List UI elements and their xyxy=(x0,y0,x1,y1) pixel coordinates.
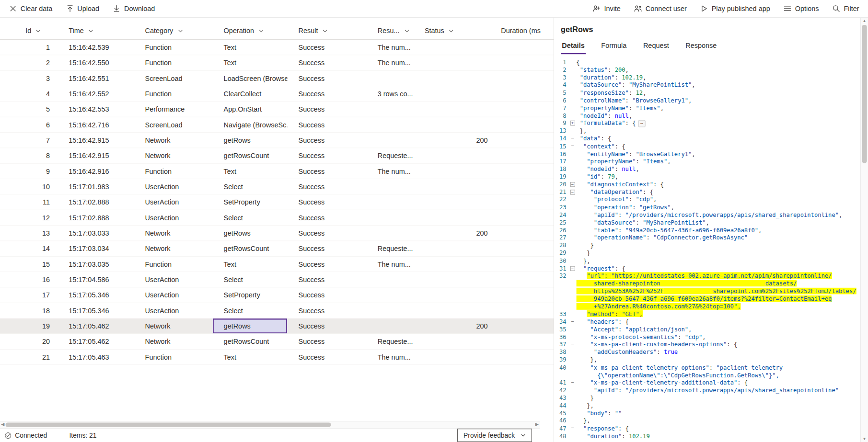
cell-duration[interactable] xyxy=(490,40,554,55)
cell-time[interactable]: 15:17:01.983 xyxy=(58,179,134,194)
cell-operation[interactable]: getRowsCount xyxy=(213,334,288,349)
cell-result[interactable]: Success xyxy=(287,241,366,256)
table-row[interactable]: 1115:17:02.888UserActionSetPropertySucce… xyxy=(0,195,554,210)
fold-toggle-icon[interactable]: − xyxy=(568,181,576,188)
cell-duration[interactable] xyxy=(490,179,554,194)
tab-details[interactable]: Details xyxy=(561,39,586,54)
cell-status[interactable] xyxy=(414,102,490,117)
cell-time[interactable]: 15:16:42.553 xyxy=(58,102,134,117)
table-row[interactable]: 1915:17:05.462NetworkgetRowsSuccess200 xyxy=(0,318,554,334)
cell-result[interactable]: Success xyxy=(287,117,366,132)
cell-id[interactable]: 5 xyxy=(0,102,58,117)
column-header-status[interactable]: Status xyxy=(414,27,490,34)
fold-toggle-icon[interactable]: − xyxy=(568,188,576,196)
cell-category[interactable]: Network xyxy=(134,148,213,163)
cell-duration[interactable] xyxy=(490,102,554,117)
column-header-result[interactable]: Result xyxy=(287,27,366,34)
cell-operation[interactable]: Text xyxy=(213,40,288,55)
cell-result[interactable]: Success xyxy=(287,257,366,272)
cell-result[interactable]: Success xyxy=(287,288,366,303)
cell-time[interactable]: 15:16:42.551 xyxy=(58,71,134,86)
cell-id[interactable]: 8 xyxy=(0,148,58,163)
table-row[interactable]: 2015:17:05.462NetworkgetRowsCountSuccess… xyxy=(0,334,554,350)
cell-category[interactable]: Network xyxy=(134,226,213,240)
cell-operation[interactable]: getRowsCount xyxy=(213,148,288,163)
filter-button[interactable]: Filter xyxy=(832,4,859,12)
cell-time[interactable]: 15:16:42.550 xyxy=(58,56,134,70)
cell-detail[interactable] xyxy=(367,288,414,303)
table-row[interactable]: 2115:17:05.463FunctionTextSuccessThe num… xyxy=(0,350,554,365)
cell-id[interactable]: 13 xyxy=(0,226,58,240)
cell-duration[interactable] xyxy=(490,148,554,163)
cell-duration[interactable] xyxy=(490,288,554,303)
cell-operation[interactable]: Select xyxy=(213,303,288,318)
cell-category[interactable]: ScreenLoad xyxy=(134,71,213,86)
cell-result[interactable]: Success xyxy=(287,303,366,318)
cell-status[interactable] xyxy=(414,117,490,132)
cell-detail[interactable]: The num... xyxy=(367,164,414,179)
table-row[interactable]: 615:16:42.716ScreenLoadNavigate (BrowseS… xyxy=(0,117,554,133)
cell-time[interactable]: 15:17:05.346 xyxy=(58,288,134,303)
cell-result[interactable]: Success xyxy=(287,272,366,287)
json-viewer[interactable]: 1−{2 "status": 200,3 "duration": 102.19,… xyxy=(554,58,860,442)
cell-duration[interactable] xyxy=(490,117,554,132)
cell-status[interactable] xyxy=(414,210,490,225)
cell-result[interactable]: Success xyxy=(287,195,366,210)
cell-time[interactable]: 15:16:42.539 xyxy=(58,40,134,55)
cell-status[interactable] xyxy=(414,71,490,86)
cell-detail[interactable] xyxy=(367,195,414,210)
tab-formula[interactable]: Formula xyxy=(600,39,628,54)
cell-detail[interactable]: The num... xyxy=(367,56,414,70)
cell-duration[interactable] xyxy=(490,303,554,318)
cell-id[interactable]: 19 xyxy=(0,318,58,333)
cell-category[interactable]: Function xyxy=(134,350,213,364)
cell-category[interactable]: Function xyxy=(134,56,213,70)
fold-toggle-icon[interactable]: − xyxy=(568,143,576,150)
cell-status[interactable]: 200 xyxy=(414,226,490,240)
cell-result[interactable]: Success xyxy=(287,318,366,333)
cell-id[interactable]: 10 xyxy=(0,179,58,194)
column-header-time[interactable]: Time xyxy=(58,27,134,34)
cell-time[interactable]: 15:17:05.463 xyxy=(58,350,134,364)
cell-result[interactable]: Success xyxy=(287,102,366,117)
cell-detail[interactable]: Requeste... xyxy=(367,334,414,349)
cell-operation[interactable]: SetProperty xyxy=(213,288,288,303)
cell-category[interactable]: ScreenLoad xyxy=(134,117,213,132)
scroll-down-icon[interactable]: ▼ xyxy=(861,437,868,441)
vertical-scroll-thumb[interactable] xyxy=(862,25,867,163)
table-row[interactable]: 1715:17:05.346UserActionSetPropertySucce… xyxy=(0,288,554,303)
cell-result[interactable]: Success xyxy=(287,210,366,225)
cell-operation[interactable]: getRowsCount xyxy=(213,241,288,256)
fold-toggle-icon[interactable]: − xyxy=(568,341,576,349)
table-row[interactable]: 515:16:42.553PerformanceApp.OnStartSucce… xyxy=(0,102,554,117)
clear-data-button[interactable]: Clear data xyxy=(9,4,52,12)
cell-time[interactable]: 15:17:02.888 xyxy=(58,195,134,210)
fold-toggle-icon[interactable]: − xyxy=(568,58,576,66)
cell-duration[interactable] xyxy=(490,133,554,147)
cell-operation[interactable]: LoadScreen (Browse... xyxy=(213,71,288,86)
cell-duration[interactable] xyxy=(490,56,554,70)
cell-operation[interactable]: Text xyxy=(213,257,288,272)
cell-detail[interactable] xyxy=(367,71,414,86)
cell-result[interactable]: Success xyxy=(287,334,366,349)
cell-operation[interactable]: ClearCollect xyxy=(213,86,288,101)
cell-duration[interactable] xyxy=(490,195,554,210)
cell-status[interactable] xyxy=(414,257,490,272)
cell-operation[interactable]: Select xyxy=(213,210,288,225)
tab-request[interactable]: Request xyxy=(642,39,670,54)
table-row[interactable]: 1615:17:04.586UserActionSelectSuccess xyxy=(0,272,554,287)
cell-time[interactable]: 15:16:42.915 xyxy=(58,148,134,163)
cell-operation[interactable]: Text xyxy=(213,164,288,179)
download-button[interactable]: Download xyxy=(113,4,155,12)
column-header-category[interactable]: Category xyxy=(134,27,213,34)
cell-status[interactable]: 200 xyxy=(414,318,490,333)
cell-time[interactable]: 15:17:05.346 xyxy=(58,303,134,318)
cell-detail[interactable]: The num... xyxy=(367,257,414,272)
table-row[interactable]: 1315:17:03.033NetworkgetRowsSuccess200 xyxy=(0,226,554,241)
cell-category[interactable]: Function xyxy=(134,257,213,272)
cell-result[interactable]: Success xyxy=(287,350,366,364)
cell-status[interactable] xyxy=(414,272,490,287)
cell-category[interactable]: UserAction xyxy=(134,303,213,318)
cell-id[interactable]: 17 xyxy=(0,288,58,303)
cell-time[interactable]: 15:16:42.716 xyxy=(58,117,134,132)
